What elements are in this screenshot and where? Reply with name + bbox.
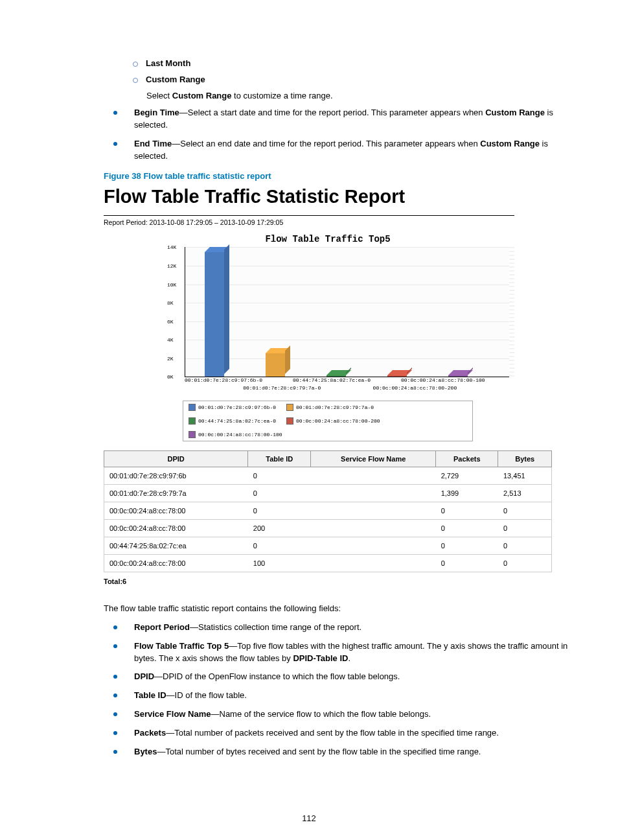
legend-label: 00:01:d0:7e:28:c9:79:7a-0 [296, 404, 374, 410]
table-header: Table ID [248, 451, 311, 467]
table-total: Total:6 [104, 578, 579, 585]
table-cell: 00:01:d0:7e:28:c9:79:7a [104, 485, 248, 502]
report-period: Report Period: 2013-10-08 17:29:05 – 201… [104, 218, 579, 226]
table-cell: 0 [498, 502, 552, 520]
y-tick-label: 2K [167, 355, 174, 361]
table-header: DPID [104, 451, 248, 467]
y-tick-label: 6K [167, 318, 174, 324]
dot-bullet-icon [113, 142, 117, 146]
sub-item-label: Last Month [146, 58, 190, 68]
table-cell: 1,399 [436, 485, 498, 502]
table-cell: 0 [248, 537, 311, 555]
table-cell [311, 537, 436, 555]
x-tick-label: 00:0c:00:24:a8:cc:78:00-100 [401, 377, 485, 383]
chart-legend: 00:01:d0:7e:28:c9:97:6b-000:01:d0:7e:28:… [183, 401, 473, 441]
legend-item: 00:44:74:25:8a:02:7c:ea-0 [189, 417, 276, 425]
table-cell: 2,513 [498, 485, 552, 502]
table-cell [311, 467, 436, 485]
table-header: Bytes [498, 451, 552, 467]
table-cell: 200 [248, 520, 311, 537]
table-cell: 0 [436, 537, 498, 555]
bullet-item: Table ID—ID of the flow table. [113, 690, 579, 702]
x-tick-label: 00:01:d0:7e:28:c9:97:6b-0 [185, 377, 262, 383]
table-cell: 0 [248, 467, 311, 485]
table-cell [311, 555, 436, 572]
sub-item-label: Custom Range [146, 75, 205, 84]
table-row: 00:01:d0:7e:28:c9:97:6b02,72913,451 [104, 467, 552, 485]
bullet-text: Packets—Total number of packets received… [134, 727, 499, 740]
y-tick-label: 8K [167, 300, 174, 306]
table-cell: 2,729 [436, 467, 498, 485]
chart-container: Flow Table Traffic Top5 0K2K4K6K8K10K12K… [104, 234, 552, 441]
bullet-item: Service Flow Name—Name of the service fl… [113, 708, 579, 721]
table-row: 00:0c:00:24:a8:cc:78:00000 [104, 502, 552, 520]
table-cell: 00:44:74:25:8a:02:7c:ea [104, 537, 248, 555]
table-cell [311, 485, 436, 502]
legend-label: 00:0c:00:24:a8:cc:78:00-100 [198, 432, 282, 438]
upper-bullet-list: Begin Time—Select a start date and time … [113, 107, 579, 162]
figure-caption: Figure 38 Flow table traffic statistic r… [104, 171, 579, 181]
text: to customize a time range. [231, 91, 332, 100]
table-cell: 0 [436, 520, 498, 537]
dot-bullet-icon [113, 111, 117, 115]
dot-bullet-icon [113, 694, 117, 697]
table-cell: 00:0c:00:24:a8:cc:78:00 [104, 502, 248, 520]
table-cell: 0 [498, 555, 552, 572]
legend-item: 00:01:d0:7e:28:c9:97:6b-0 [189, 404, 276, 411]
legend-swatch-icon [189, 417, 196, 425]
chart-plot-area: 0K2K4K6K8K10K12K14K [185, 247, 509, 377]
table-header: Packets [436, 451, 498, 467]
bullet-text: DPID—DPID of the OpenFlow instance to wh… [134, 671, 400, 683]
flow-table: DPIDTable IDService Flow NamePacketsByte… [104, 450, 552, 572]
legend-swatch-icon [189, 431, 196, 438]
legend-item: 00:0c:00:24:a8:cc:78:00-200 [286, 417, 380, 425]
divider [104, 215, 514, 216]
select-hint: Select Custom Range to customize a time … [146, 91, 579, 100]
table-cell: 0 [436, 502, 498, 520]
legend-item: 00:0c:00:24:a8:cc:78:00-100 [189, 431, 282, 438]
table-cell: 00:0c:00:24:a8:cc:78:00 [104, 555, 248, 572]
x-tick-label: 00:01:d0:7e:28:c9:79:7a-0 [243, 385, 321, 391]
legend-swatch-icon [286, 404, 293, 411]
bullet-item: Flow Table Traffic Top 5—Top five flow t… [113, 640, 579, 665]
bullet-item: Report Period—Statistics collection time… [113, 622, 579, 634]
table-row: 00:0c:00:24:a8:cc:78:0020000 [104, 520, 552, 537]
circle-bullet-icon [133, 78, 138, 83]
table-cell: 00:01:d0:7e:28:c9:97:6b [104, 467, 248, 485]
table-cell: 00:0c:00:24:a8:cc:78:00 [104, 520, 248, 537]
chart-x-axis-labels: 00:01:d0:7e:28:c9:97:6b-000:44:74:25:8a:… [185, 377, 509, 397]
table-header: Service Flow Name [311, 451, 436, 467]
legend-label: 00:0c:00:24:a8:cc:78:00-200 [296, 418, 380, 424]
legend-swatch-icon [286, 417, 293, 425]
y-tick-label: 12K [167, 262, 176, 268]
chart-bar [326, 375, 346, 377]
bullet-item: End Time—Select an end date and time for… [113, 138, 579, 163]
sub-list: Last Month Custom Range [133, 58, 579, 84]
table-cell: 0 [436, 555, 498, 572]
table-cell: 13,451 [498, 467, 552, 485]
table-row: 00:0c:00:24:a8:cc:78:0010000 [104, 555, 552, 572]
chart-title: Flow Table Traffic Top5 [104, 234, 552, 244]
page: Last Month Custom Range Select Custom Ra… [0, 0, 618, 840]
bullet-item: Packets—Total number of packets received… [113, 727, 579, 740]
y-tick-label: 0K [167, 374, 174, 380]
table-cell: 0 [248, 502, 311, 520]
bullet-item: Bytes—Total number of bytes received and… [113, 746, 579, 758]
legend-label: 00:01:d0:7e:28:c9:97:6b-0 [198, 404, 276, 410]
y-tick-label: 4K [167, 337, 174, 343]
legend-swatch-icon [189, 404, 196, 411]
dot-bullet-icon [113, 712, 117, 716]
dot-bullet-icon [113, 644, 117, 648]
x-tick-label: 00:44:74:25:8a:02:7c:ea-0 [293, 377, 371, 383]
lower-bullet-list: Report Period—Statistics collection time… [113, 622, 579, 758]
text: Select [146, 91, 172, 100]
table-cell: 0 [498, 537, 552, 555]
report-title: Flow Table Traffic Statistic Report [104, 186, 579, 207]
bullet-item: DPID—DPID of the OpenFlow instance to wh… [113, 671, 579, 683]
sub-item: Last Month [133, 58, 579, 68]
table-row: 00:44:74:25:8a:02:7c:ea000 [104, 537, 552, 555]
dot-bullet-icon [113, 625, 117, 629]
bullet-text: Service Flow Name—Name of the service fl… [134, 708, 431, 721]
x-tick-label: 00:0c:00:24:a8:cc:78:00-200 [373, 385, 457, 391]
fields-intro: The flow table traffic statistic report … [104, 602, 579, 615]
